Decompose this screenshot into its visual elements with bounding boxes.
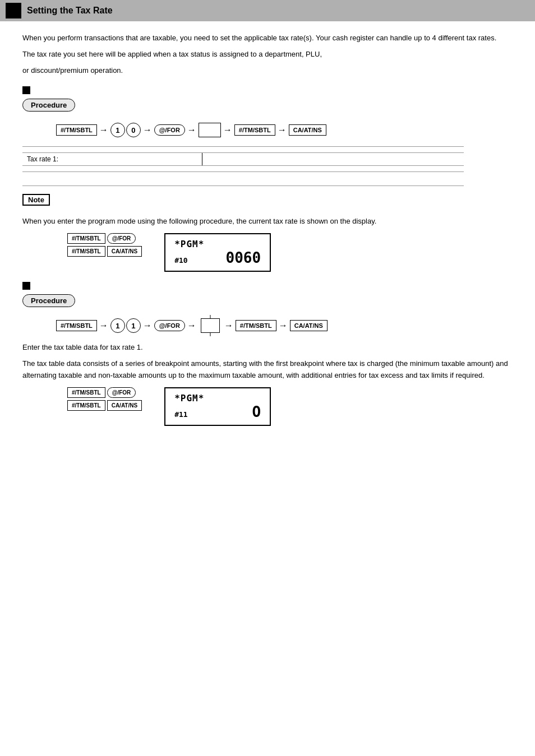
note-table-1: Tax rate 1: <box>22 152 464 166</box>
receipt-display-1: *PGM* #10 0060 <box>164 233 271 272</box>
divider-3 <box>22 185 464 186</box>
intro-text-3: or discount/premium operation. <box>22 65 513 77</box>
flow-diagram-2: #/TM/SBTL → 1 1 → @/FOR → → #/TM/SBTL → … <box>56 318 513 333</box>
section2-bullet <box>22 282 30 290</box>
sf2-row-2: #/TM/SBTL CA/AT/NS <box>67 400 142 411</box>
key-tm-sbtl-2: #/TM/SBTL <box>234 124 275 136</box>
sf-key-for-1: @/FOR <box>107 233 136 244</box>
key-ca-at-ns-2: CA/AT/NS <box>290 320 328 331</box>
procedure-label-1: Procedure <box>22 99 75 112</box>
page-content: When you perform transactions that are t… <box>0 21 535 443</box>
input-box-ticked <box>201 318 220 333</box>
s2-text-2: The tax table data consists of a series … <box>22 358 513 382</box>
header-title: Setting the Tax Rate <box>27 6 113 16</box>
s2-text-1: Enter the tax table data for tax rate 1. <box>22 342 513 354</box>
receipt-value-line-2: #11 O <box>174 403 261 420</box>
small-flow-2: #/TM/SBTL @/FOR #/TM/SBTL CA/AT/NS <box>67 387 142 411</box>
arrow-5: → <box>278 125 287 135</box>
tick-top <box>210 315 210 318</box>
receipt-pgm-2: *PGM* <box>174 393 261 403</box>
sf2-row-1: #/TM/SBTL @/FOR <box>67 387 142 398</box>
sf2-key-for-1: @/FOR <box>107 387 136 398</box>
receipt-display-2: *PGM* #11 O <box>164 387 271 426</box>
sf-key-tm-1: #/TM/SBTL <box>67 233 105 244</box>
small-flow-1: #/TM/SBTL @/FOR #/TM/SBTL CA/AT/NS <box>67 233 142 257</box>
arrow-4: → <box>223 125 232 135</box>
sf-key-tm-2: #/TM/SBTL <box>67 246 105 257</box>
arrow-8: → <box>187 321 196 331</box>
arrow-2: → <box>143 125 152 135</box>
arrow-9: → <box>224 321 233 331</box>
key-for-2: @/FOR <box>154 320 185 331</box>
key-tm-sbtl-4: #/TM/SBTL <box>236 320 276 331</box>
key-tm-sbtl-1: #/TM/SBTL <box>56 124 97 136</box>
note-text: When you enter the program mode using th… <box>22 216 513 228</box>
tick-bottom <box>210 333 210 336</box>
divider-2 <box>22 171 464 172</box>
receipt-value-2: O <box>252 403 261 420</box>
blank-input-1 <box>199 123 221 137</box>
table-value-1 <box>202 153 464 166</box>
section1-bullet <box>22 86 30 94</box>
key-1c: 1 <box>126 318 141 333</box>
table-label-1: Tax rate 1: <box>22 153 202 166</box>
header-bar: Setting the Tax Rate <box>0 0 535 21</box>
blank-input-2 <box>201 318 220 333</box>
sf-key-ca-1: CA/AT/NS <box>107 246 142 257</box>
sf2-key-tm-1: #/TM/SBTL <box>67 387 105 398</box>
note-label: Note <box>22 194 50 206</box>
key-ca-at-ns-1: CA/AT/NS <box>289 124 326 136</box>
key-for-1: @/FOR <box>154 124 185 136</box>
flow-diagram-1: #/TM/SBTL → 1 0 → @/FOR → → #/TM/SBTL → … <box>56 123 513 137</box>
section2-example: #/TM/SBTL @/FOR #/TM/SBTL CA/AT/NS *PGM*… <box>67 387 513 426</box>
section2-heading <box>22 282 513 290</box>
arrow-7: → <box>143 321 152 331</box>
small-flow-row-1: #/TM/SBTL @/FOR <box>67 233 142 244</box>
receipt-value-line-1: #10 0060 <box>174 249 261 266</box>
small-flow-row-2: #/TM/SBTL CA/AT/NS <box>67 246 142 257</box>
arrow-1: → <box>99 125 108 135</box>
intro-text-1: When you perform transactions that are t… <box>22 33 513 44</box>
section1-heading <box>22 86 513 94</box>
procedure-label-2: Procedure <box>22 294 75 307</box>
intro-text-2: The tax rate you set here will be applie… <box>22 49 513 61</box>
arrow-3: → <box>187 125 196 135</box>
key-1: 1 <box>110 123 125 137</box>
key-0: 0 <box>126 123 141 137</box>
receipt-num-1: #10 <box>174 256 187 265</box>
header-icon <box>6 3 21 18</box>
divider-1 <box>22 146 464 147</box>
arrow-10: → <box>279 321 288 331</box>
receipt-value-1: 0060 <box>226 249 261 266</box>
sf2-key-ca-1: CA/AT/NS <box>107 400 142 411</box>
key-tm-sbtl-3: #/TM/SBTL <box>56 320 97 331</box>
receipt-pgm-1: *PGM* <box>174 239 261 249</box>
sf2-key-tm-2: #/TM/SBTL <box>67 400 105 411</box>
key-1b: 1 <box>110 318 125 333</box>
receipt-num-2: #11 <box>174 410 187 419</box>
note-example: #/TM/SBTL @/FOR #/TM/SBTL CA/AT/NS *PGM*… <box>67 233 513 272</box>
arrow-6: → <box>99 321 108 331</box>
